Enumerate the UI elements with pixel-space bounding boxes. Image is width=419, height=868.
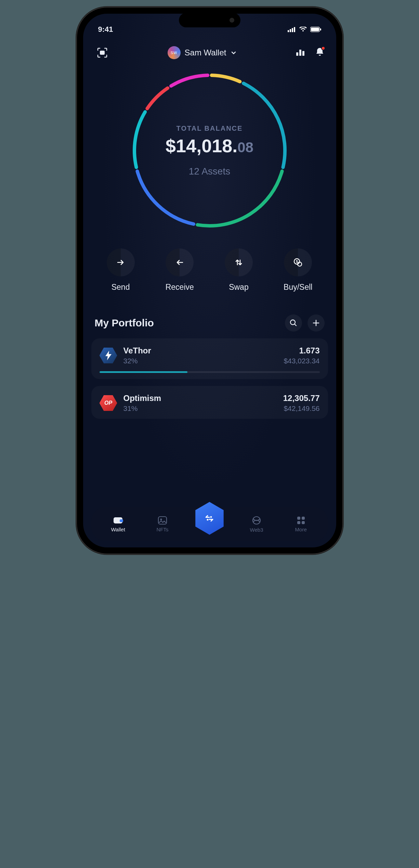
scan-button[interactable] [95, 45, 110, 60]
add-button[interactable] [307, 314, 325, 332]
svg-rect-0 [288, 30, 289, 32]
search-icon [289, 319, 298, 327]
svg-rect-17 [158, 517, 167, 524]
balance-label: TOTAL BALANCE [176, 125, 243, 132]
receive-label: Receive [166, 283, 194, 292]
portfolio-title: My Portfolio [95, 317, 154, 329]
cellular-icon [288, 27, 296, 32]
swap-button[interactable]: Swap [225, 248, 253, 292]
balance-cents: 08 [237, 139, 253, 156]
asset-progress [100, 371, 320, 373]
arrow-left-icon [174, 257, 185, 268]
svg-point-18 [160, 519, 162, 520]
svg-rect-2 [292, 28, 293, 32]
token-hex-icon [100, 348, 117, 363]
swap-icon [234, 257, 244, 268]
portfolio-header: My Portfolio [83, 306, 336, 338]
coins-icon: $ [292, 257, 303, 268]
notification-dot [321, 46, 325, 50]
send-label: Send [112, 283, 130, 292]
asset-percent: 32% [123, 357, 278, 365]
svg-rect-8 [296, 52, 298, 56]
stats-button[interactable] [295, 47, 305, 59]
svg-point-19 [207, 519, 209, 521]
notifications-button[interactable] [315, 47, 325, 59]
wallet-icon [113, 516, 123, 525]
asset-card[interactable]: VeThor 32% 1.673 $43,023.34 [91, 338, 328, 379]
svg-rect-10 [302, 51, 304, 56]
svg-rect-16 [120, 519, 123, 522]
svg-rect-22 [297, 517, 300, 520]
asset-value: $42,149.56 [283, 404, 320, 413]
tab-wallet[interactable]: Wallet [104, 516, 132, 532]
asset-card[interactable]: OP Optimism 31% 12,305.77 $42,149.56 [91, 386, 328, 419]
token-badge: OP [100, 394, 117, 412]
tab-nfts-label: NFTs [156, 527, 168, 532]
scan-icon [96, 47, 108, 59]
bar-chart-icon [295, 47, 305, 57]
buysell-label: Buy/Sell [284, 283, 312, 292]
wifi-icon [299, 27, 307, 32]
status-icons [288, 27, 321, 32]
svg-rect-9 [299, 50, 301, 56]
search-button[interactable] [285, 314, 302, 332]
asset-percent: 31% [123, 404, 277, 413]
tab-center-action[interactable] [193, 502, 226, 535]
token-badge [100, 347, 117, 364]
receive-button[interactable]: Receive [166, 248, 194, 292]
tab-web3-label: Web3 [250, 527, 263, 533]
asset-name: VeThor [123, 346, 278, 355]
balance-amount: $14,018.08 [166, 135, 253, 156]
asset-name: Optimism [123, 393, 277, 403]
svg-rect-25 [302, 521, 305, 524]
balance-center: TOTAL BALANCE $14,018.08 12 Assets [128, 68, 292, 233]
plus-icon [312, 319, 320, 327]
image-icon [158, 516, 167, 525]
chevron-down-icon [230, 49, 237, 56]
arrow-right-icon [116, 257, 126, 268]
svg-rect-23 [302, 517, 305, 520]
token-hex-icon: OP [100, 395, 117, 411]
svg-rect-5 [311, 28, 319, 31]
svg-rect-24 [297, 521, 300, 524]
avatar-initials: SW [171, 51, 178, 55]
balance-main: $14,018. [166, 135, 237, 156]
top-bar: SW Sam Wallet [83, 38, 336, 64]
balance-ring[interactable]: TOTAL BALANCE $14,018.08 12 Assets [128, 68, 292, 233]
tab-web3[interactable]: Web3 [243, 516, 270, 533]
tab-bar: Wallet NFTs Web3 More [91, 507, 328, 541]
tab-more-label: More [295, 527, 307, 532]
asset-list: VeThor 32% 1.673 $43,023.34 OP Optimism … [83, 338, 336, 419]
actions-row: Send Receive Swap $ Buy/Sell [83, 246, 336, 306]
tab-more[interactable]: More [287, 516, 315, 532]
globe-icon [252, 516, 261, 525]
swap-label: Swap [229, 283, 249, 292]
assets-count: 12 Assets [189, 166, 230, 177]
balance-section: TOTAL BALANCE $14,018.08 12 Assets [83, 64, 336, 246]
grid-icon [297, 516, 305, 525]
asset-amount: 12,305.77 [283, 393, 320, 403]
trade-icon [203, 512, 215, 524]
avatar: SW [168, 46, 181, 59]
asset-value: $43,023.34 [284, 357, 319, 365]
svg-point-20 [210, 516, 212, 518]
device-frame: 9:41 SW Sam Wallet [76, 7, 343, 554]
wallet-name: Sam Wallet [185, 48, 226, 57]
app-screen: 9:41 SW Sam Wallet [83, 14, 336, 547]
device-notch [179, 13, 240, 27]
status-time: 9:41 [98, 25, 113, 34]
svg-rect-1 [290, 29, 291, 32]
tab-wallet-label: Wallet [111, 527, 125, 532]
battery-icon [310, 27, 321, 32]
svg-rect-7 [100, 51, 105, 55]
asset-amount: 1.673 [284, 346, 319, 355]
tab-nfts[interactable]: NFTs [149, 516, 176, 532]
buysell-button[interactable]: $ Buy/Sell [284, 248, 312, 292]
wallet-selector[interactable]: SW Sam Wallet [168, 46, 237, 59]
svg-rect-3 [294, 27, 295, 32]
send-button[interactable]: Send [107, 248, 135, 292]
svg-rect-6 [320, 28, 321, 30]
